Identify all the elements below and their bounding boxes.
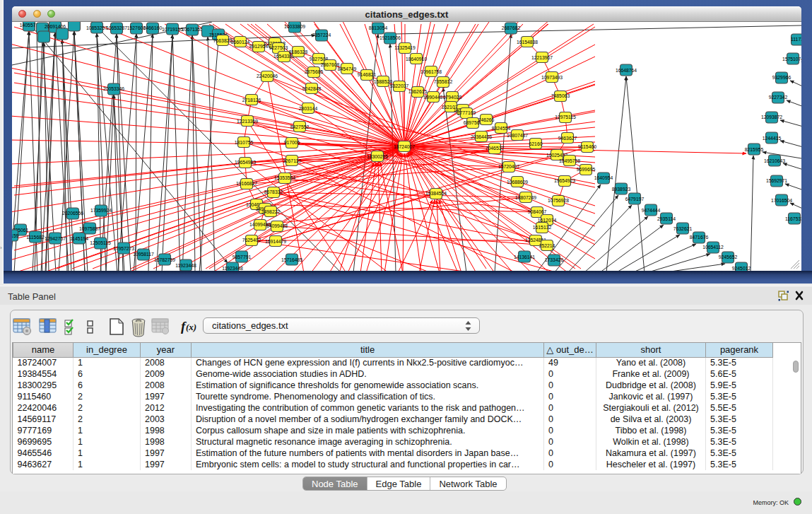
svg-text:16782759: 16782759 <box>154 257 175 262</box>
svg-text:16210643: 16210643 <box>764 158 785 163</box>
svg-text:12505115: 12505115 <box>90 240 111 245</box>
svg-text:7485063: 7485063 <box>551 93 570 98</box>
svg-text:8471676: 8471676 <box>690 235 709 240</box>
svg-text:9245012: 9245012 <box>732 266 751 271</box>
svg-text:(x): (x) <box>186 322 196 332</box>
svg-text:9227342: 9227342 <box>769 95 788 100</box>
svg-text:6479197: 6479197 <box>625 197 645 201</box>
svg-text:10853257: 10853257 <box>86 25 107 30</box>
svg-text:7663822: 7663822 <box>213 38 233 43</box>
svg-text:20364436: 20364436 <box>471 134 492 139</box>
svg-text:8938923: 8938923 <box>612 187 631 192</box>
svg-text:10975887: 10975887 <box>79 226 100 231</box>
svg-text:15353594: 15353594 <box>274 175 295 180</box>
svg-text:8215955: 8215955 <box>745 147 764 152</box>
svg-text:5322037: 5322037 <box>390 83 409 88</box>
svg-text:16543382: 16543382 <box>273 54 295 59</box>
svg-text:1733426: 1733426 <box>545 257 564 262</box>
svg-text:19654923: 19654923 <box>554 178 575 183</box>
svg-text:10688609: 10688609 <box>507 180 528 185</box>
svg-text:7625402: 7625402 <box>242 238 261 243</box>
svg-text:39159: 39159 <box>12 233 19 238</box>
svg-text:10756928: 10756928 <box>548 198 569 203</box>
svg-text:10973493: 10973493 <box>541 75 563 80</box>
svg-text:12213369: 12213369 <box>237 119 258 124</box>
svg-text:9084067: 9084067 <box>528 209 547 214</box>
svg-text:14099488: 14099488 <box>266 223 288 228</box>
svg-text:10958117: 10958117 <box>133 252 154 257</box>
svg-text:8678332: 8678332 <box>264 189 283 194</box>
svg-text:2687682: 2687682 <box>502 25 521 30</box>
svg-text:3875685: 3875685 <box>305 69 324 74</box>
svg-text:1115682: 1115682 <box>26 235 45 240</box>
svg-text:6794028: 6794028 <box>443 95 462 100</box>
svg-text:18300295: 18300295 <box>367 154 388 159</box>
svg-text:3498222: 3498222 <box>261 209 281 214</box>
svg-text:16914479: 16914479 <box>265 239 286 244</box>
svg-text:15751074: 15751074 <box>782 57 801 62</box>
svg-text:19166827: 19166827 <box>236 181 257 186</box>
svg-text:8990448: 8990448 <box>424 95 443 100</box>
svg-text:9227503: 9227503 <box>269 45 288 50</box>
svg-text:2935114: 2935114 <box>657 216 676 221</box>
svg-text:19384554: 19384554 <box>425 191 447 196</box>
svg-text:252214: 252214 <box>539 243 555 248</box>
svg-text:8813054: 8813054 <box>369 25 388 30</box>
svg-text:9245652: 9245652 <box>719 255 738 259</box>
svg-text:9699695: 9699695 <box>577 167 596 172</box>
svg-text:18495758: 18495758 <box>559 158 580 163</box>
svg-text:1405571: 1405571 <box>20 23 39 28</box>
svg-text:15720407: 15720407 <box>498 164 519 169</box>
svg-text:9329966: 9329966 <box>772 75 792 80</box>
svg-text:9463627: 9463627 <box>558 136 577 141</box>
svg-text:16033809: 16033809 <box>284 24 305 29</box>
svg-text:12213967: 12213967 <box>531 55 553 60</box>
svg-text:18807249: 18807249 <box>515 195 536 200</box>
svg-text:16648764: 16648764 <box>616 68 637 73</box>
svg-text:10671355: 10671355 <box>182 27 203 32</box>
svg-text:8324554: 8324554 <box>492 126 511 131</box>
svg-text:19654983: 19654983 <box>235 160 256 165</box>
svg-text:9242848: 9242848 <box>302 86 322 91</box>
svg-text:2718126: 2718126 <box>242 98 261 103</box>
svg-text:12975115: 12975115 <box>555 115 576 119</box>
svg-text:2803144: 2803144 <box>299 106 318 111</box>
svg-text:17957273: 17957273 <box>113 246 134 251</box>
svg-text:1167533: 1167533 <box>785 216 801 221</box>
svg-text:9146821: 9146821 <box>358 72 377 77</box>
svg-text:7357224: 7357224 <box>312 33 331 37</box>
svg-text:917006: 917006 <box>284 140 300 145</box>
svg-text:9474444: 9474444 <box>642 208 661 213</box>
svg-text:3267110: 3267110 <box>283 158 301 163</box>
svg-text:7632621: 7632621 <box>673 226 693 231</box>
svg-text:14136141: 14136141 <box>514 255 535 259</box>
svg-text:9777169: 9777169 <box>457 110 476 115</box>
svg-text:10719155: 10719155 <box>162 27 183 32</box>
svg-text:22420046: 22420046 <box>257 74 278 78</box>
svg-text:746266: 746266 <box>478 117 495 122</box>
svg-text:8660124: 8660124 <box>231 40 250 45</box>
svg-text:9115460: 9115460 <box>578 144 596 149</box>
svg-text:1244415: 1244415 <box>763 136 782 141</box>
svg-text:12093872: 12093872 <box>761 115 782 119</box>
svg-text:11923448: 11923448 <box>175 263 196 268</box>
svg-text:16154838: 16154838 <box>517 40 538 45</box>
svg-text:1362615: 1362615 <box>408 89 428 94</box>
svg-text:18640910: 18640910 <box>406 57 427 62</box>
svg-text:11173: 11173 <box>791 37 801 42</box>
svg-text:11325419: 11325419 <box>394 45 416 50</box>
svg-text:1810755: 1810755 <box>235 140 254 145</box>
svg-text:17359924: 17359924 <box>90 208 112 213</box>
svg-text:7046537: 7046537 <box>486 146 505 151</box>
svg-text:9857791: 9857791 <box>233 255 252 259</box>
svg-text:10807487: 10807487 <box>507 133 528 138</box>
svg-text:17016504: 17016504 <box>771 198 792 203</box>
svg-text:10653287: 10653287 <box>106 25 127 30</box>
svg-text:11923448: 11923448 <box>222 266 243 271</box>
svg-text:8454749: 8454749 <box>338 66 357 71</box>
svg-text:1615132: 1615132 <box>533 225 552 230</box>
svg-text:1640954: 1640954 <box>594 175 613 180</box>
svg-text:10654112: 10654112 <box>702 245 724 250</box>
svg-text:62160: 62160 <box>529 141 543 146</box>
svg-text:12942757: 12942757 <box>45 236 66 241</box>
